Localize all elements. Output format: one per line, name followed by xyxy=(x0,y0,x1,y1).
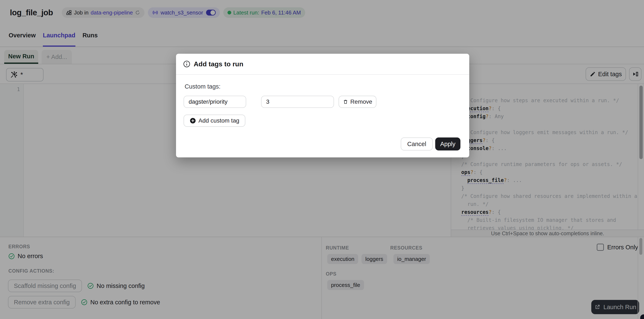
plus-circle-icon xyxy=(190,117,196,124)
custom-tags-label: Custom tags: xyxy=(185,83,220,90)
launchpad-page: log_file_job Job in data-eng-pipeline wa… xyxy=(0,0,644,319)
tag-value-input[interactable] xyxy=(261,96,334,108)
cancel-button[interactable]: Cancel xyxy=(401,137,433,150)
dialog-header: Add tags to run xyxy=(176,54,469,75)
info-icon xyxy=(183,60,190,68)
apply-button[interactable]: Apply xyxy=(435,137,460,150)
dialog-title: Add tags to run xyxy=(194,60,243,68)
add-custom-tag-button[interactable]: Add custom tag xyxy=(184,115,245,127)
modal-overlay[interactable] xyxy=(0,0,644,319)
remove-tag-button[interactable]: Remove xyxy=(338,96,376,108)
remove-tag-label: Remove xyxy=(350,98,372,105)
add-tags-dialog: Add tags to run Custom tags: Remove Add … xyxy=(176,54,469,157)
add-custom-tag-label: Add custom tag xyxy=(198,117,240,124)
tag-key-input[interactable] xyxy=(184,96,246,108)
trash-icon xyxy=(343,99,348,104)
